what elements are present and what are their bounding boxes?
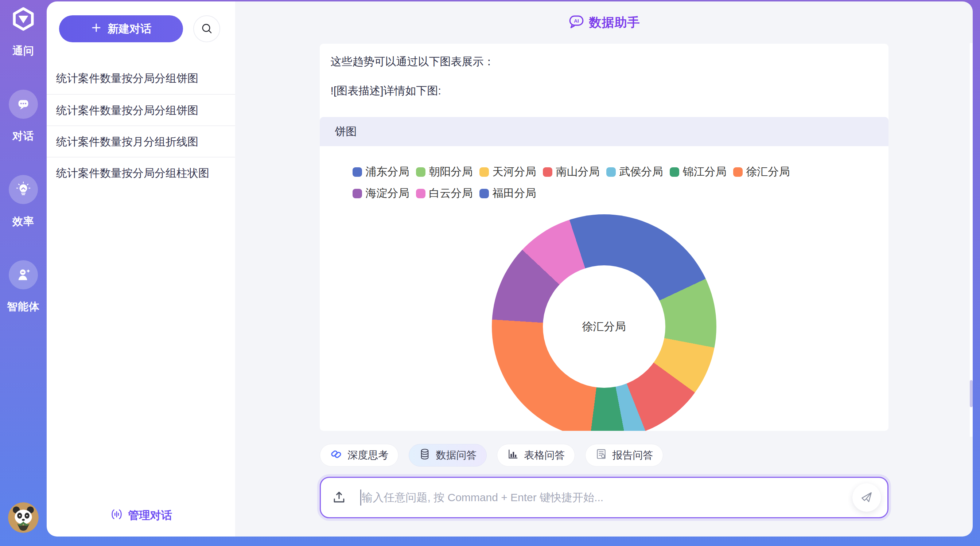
app-window: 新建对话 统计案件数量按分局分组饼图统计案件数量按分局分组饼图统计案件数量按月分…: [47, 2, 973, 536]
legend-item[interactable]: 徐汇分局: [733, 164, 790, 179]
manage-conversations-button[interactable]: 管理对话: [47, 508, 235, 524]
rail-item-label: 效率: [13, 214, 34, 229]
page-header: AI 数据助手: [235, 2, 973, 44]
page-title: 数据助手: [589, 14, 640, 31]
conversation-item[interactable]: 统计案件数量按分局分组饼图: [47, 94, 235, 125]
pie-center-label: 徐汇分局: [582, 319, 626, 334]
send-icon: [860, 490, 873, 505]
message-paragraph: 这些趋势可以通过以下图表展示：: [331, 54, 878, 70]
user-avatar[interactable]: [8, 502, 39, 533]
conversation-item[interactable]: 统计案件数量按月分组折线图: [47, 125, 235, 157]
report-qa-label: 报告问答: [612, 448, 653, 462]
manage-conversations-label: 管理对话: [128, 508, 172, 523]
legend-item[interactable]: 海淀分局: [353, 186, 409, 201]
rail-logo-label: 通问: [13, 44, 34, 58]
chat-scrollbar-track[interactable]: [970, 43, 973, 436]
report-qa-button[interactable]: 报告问答: [585, 444, 663, 467]
chart-panel-title: 饼图: [320, 117, 888, 146]
deepthink-icon: [329, 448, 343, 463]
table-qa-label: 表格问答: [524, 448, 565, 462]
search-icon: [200, 22, 213, 36]
sidebar-item-agents[interactable]: 智能体: [7, 260, 40, 314]
logo-icon: [10, 6, 37, 33]
report-icon: [595, 448, 608, 463]
new-chat-button[interactable]: 新建对话: [59, 15, 183, 42]
conversation-item[interactable]: 统计案件数量按分局分组饼图: [47, 63, 235, 94]
legend-label: 福田分局: [493, 186, 536, 201]
deep-think-button[interactable]: 深度思考: [320, 444, 398, 467]
legend-item[interactable]: 朝阳分局: [416, 164, 473, 179]
message-paragraph: ![图表描述]详情如下图:: [331, 83, 878, 99]
legend-marker: [479, 167, 489, 177]
legend-label: 白云分局: [429, 186, 473, 201]
chat-main: AI 数据助手 这些趋势可以通过以下图表展示： ![图表描述]详情如下图: 饼图…: [235, 2, 973, 536]
pie-chart: 浦东分局朝阳分局天河分局南山分局武侯分局锦江分局徐汇分局海淀分局白云分局福田分局…: [320, 164, 888, 201]
rail-item-label: 智能体: [7, 300, 40, 314]
legend-label: 南山分局: [556, 164, 600, 179]
legend-marker: [670, 167, 679, 177]
conversation-item[interactable]: 统计案件数量按分局分组柱状图: [47, 157, 235, 188]
rail-item-label: 对话: [13, 129, 34, 144]
legend-label: 浦东分局: [366, 164, 409, 179]
panda-avatar: [8, 502, 39, 533]
chat-column: 这些趋势可以通过以下图表展示： ![图表描述]详情如下图: 饼图 浦东分局朝阳分…: [320, 44, 888, 518]
legend-marker: [416, 189, 425, 198]
legend-marker: [733, 167, 743, 177]
chat-bubble-icon: [9, 90, 38, 119]
bar-chart-icon: [507, 448, 519, 463]
conversation-sidebar: 新建对话 统计案件数量按分局分组饼图统计案件数量按分局分组饼图统计案件数量按月分…: [47, 2, 235, 536]
left-rail: 通问 对话 效率: [0, 0, 47, 546]
lightbulb-icon: [9, 175, 38, 204]
legend-item[interactable]: 浦东分局: [353, 164, 409, 179]
legend-label: 朝阳分局: [429, 164, 473, 179]
assistant-message-card: 这些趋势可以通过以下图表展示： ![图表描述]详情如下图: 饼图 浦东分局朝阳分…: [320, 44, 888, 431]
send-button[interactable]: [853, 483, 881, 512]
chat-scrollbar-thumb[interactable]: [970, 380, 973, 407]
conversation-list: 统计案件数量按分局分组饼图统计案件数量按分局分组饼图统计案件数量按月分组折线图统…: [47, 63, 235, 188]
data-qa-button[interactable]: 数据问答: [409, 444, 487, 467]
legend-marker: [416, 167, 425, 177]
deep-think-label: 深度思考: [348, 448, 389, 462]
legend-item[interactable]: 锦江分局: [670, 164, 727, 179]
legend-item[interactable]: 白云分局: [416, 186, 473, 201]
legend-label: 海淀分局: [366, 186, 409, 201]
legend-item[interactable]: 武侯分局: [606, 164, 663, 179]
legend-marker: [353, 167, 362, 177]
database-icon: [418, 448, 431, 463]
legend-marker: [479, 189, 489, 198]
legend-item[interactable]: 福田分局: [479, 186, 536, 201]
table-qa-button[interactable]: 表格问答: [497, 444, 575, 467]
upload-button[interactable]: [331, 489, 347, 506]
legend-label: 徐汇分局: [746, 164, 790, 179]
chart-legend: 浦东分局朝阳分局天河分局南山分局武侯分局锦江分局徐汇分局海淀分局白云分局福田分局: [353, 164, 856, 201]
plus-icon: [91, 22, 102, 36]
prompt-input-bar: [320, 477, 888, 518]
new-chat-label: 新建对话: [108, 22, 151, 37]
svg-text:AI: AI: [574, 18, 579, 24]
prompt-input[interactable]: [362, 491, 877, 504]
legend-label: 武侯分局: [619, 164, 663, 179]
search-button[interactable]: [193, 15, 220, 42]
ai-bubble-icon: AI: [568, 13, 585, 32]
sidebar-item-chat[interactable]: 对话: [9, 90, 38, 144]
legend-item[interactable]: 南山分局: [543, 164, 600, 179]
legend-item[interactable]: 天河分局: [479, 164, 536, 179]
manage-conversations-icon: [110, 508, 123, 524]
legend-label: 天河分局: [493, 164, 536, 179]
upload-icon: [331, 489, 347, 506]
sidebar-item-efficiency[interactable]: 效率: [9, 175, 38, 229]
data-qa-label: 数据问答: [436, 448, 477, 462]
mode-toolbar: 深度思考 数据问答: [320, 444, 888, 467]
legend-marker: [606, 167, 616, 177]
legend-label: 锦江分局: [683, 164, 727, 179]
pie-hole: 徐汇分局: [543, 265, 665, 388]
app-logo[interactable]: 通问: [10, 6, 37, 58]
legend-marker: [543, 167, 552, 177]
agent-icon: [9, 260, 38, 289]
text-caret: [360, 489, 361, 506]
legend-marker: [353, 189, 362, 198]
